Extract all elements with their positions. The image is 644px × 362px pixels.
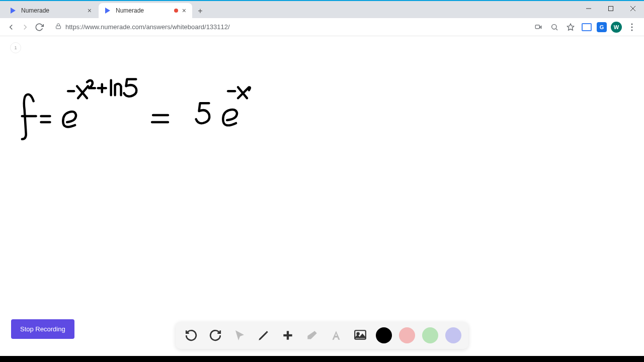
back-button[interactable] [4, 20, 18, 34]
tab-numerade-1[interactable]: Numerade × [4, 3, 98, 18]
star-icon[interactable] [565, 21, 577, 33]
svg-rect-5 [535, 25, 539, 28]
toolbar-right: G W [532, 21, 640, 33]
page-content: 1 [0, 36, 644, 356]
svg-rect-1 [609, 7, 613, 11]
maximize-button[interactable] [600, 1, 622, 16]
forward-button[interactable] [18, 20, 32, 34]
svg-marker-9 [567, 24, 574, 30]
camera-icon[interactable] [532, 21, 544, 33]
recording-indicator-icon [174, 9, 178, 13]
svg-rect-4 [56, 26, 61, 29]
svg-point-12 [631, 29, 633, 31]
extension-g-icon[interactable]: G [597, 22, 607, 32]
svg-point-7 [552, 24, 556, 29]
color-pink[interactable] [399, 327, 415, 343]
minimize-button[interactable] [578, 1, 600, 16]
window-controls [578, 1, 644, 18]
window-accent-bar [0, 0, 644, 1]
browser-window: Numerade × Numerade × + [0, 1, 644, 356]
tab-title: Numerade [116, 7, 174, 14]
new-tab-button[interactable]: + [193, 4, 207, 18]
menu-icon[interactable] [626, 21, 638, 33]
stop-recording-button[interactable]: Stop Recording [11, 319, 74, 339]
text-tool[interactable] [328, 327, 345, 344]
handwriting-svg [0, 36, 644, 356]
address-bar: https://www.numerade.com/answers/whitebo… [0, 18, 644, 36]
cast-icon[interactable] [581, 21, 593, 33]
tab-bar: Numerade × Numerade × + [0, 1, 644, 18]
undo-button[interactable] [183, 327, 200, 344]
svg-point-11 [631, 26, 633, 28]
tab-title: Numerade [21, 7, 87, 14]
color-purple[interactable] [445, 327, 461, 343]
search-icon[interactable] [548, 21, 560, 33]
svg-point-16 [357, 333, 359, 335]
whiteboard-canvas[interactable] [0, 36, 644, 356]
add-tool[interactable] [279, 327, 296, 344]
close-window-button[interactable] [622, 1, 644, 16]
redo-button[interactable] [207, 327, 224, 344]
pointer-tool[interactable] [231, 327, 248, 344]
close-icon[interactable]: × [87, 7, 93, 15]
whiteboard-toolbar [176, 322, 468, 349]
tab-numerade-2[interactable]: Numerade × [99, 3, 192, 18]
url-input[interactable]: https://www.numerade.com/answers/whitebo… [50, 20, 528, 34]
close-icon[interactable]: × [181, 7, 187, 15]
eraser-tool[interactable] [303, 327, 320, 344]
image-tool[interactable] [352, 327, 369, 344]
svg-point-10 [631, 23, 633, 25]
svg-line-8 [556, 29, 557, 30]
lock-icon [55, 23, 61, 31]
url-text: https://www.numerade.com/answers/whitebo… [65, 23, 230, 31]
favicon-icon [9, 7, 17, 15]
color-black[interactable] [376, 327, 392, 343]
pen-tool[interactable] [255, 327, 272, 344]
profile-avatar[interactable]: W [611, 22, 622, 33]
reload-button[interactable] [32, 20, 46, 34]
color-green[interactable] [422, 327, 438, 343]
favicon-icon [104, 7, 112, 15]
